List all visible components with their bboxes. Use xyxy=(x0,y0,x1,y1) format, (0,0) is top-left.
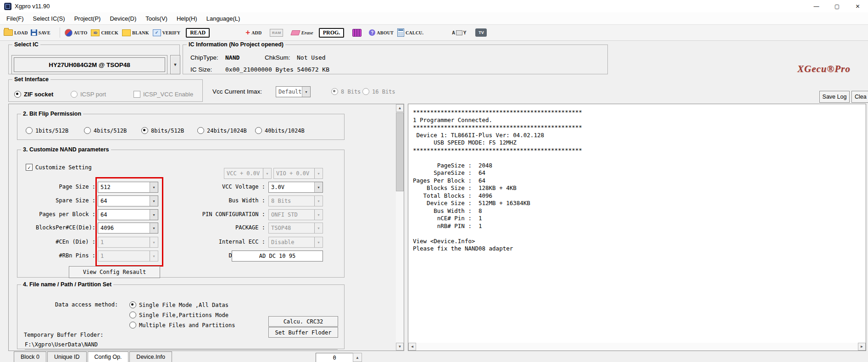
bitflip-8bits-radio[interactable]: 8bits/512B xyxy=(141,127,184,134)
save-button[interactable]: SAVE xyxy=(31,29,50,36)
temp-buffer-path-field[interactable]: F:\Xgpro\UserData\NAND xyxy=(25,340,338,350)
vio-offset-combobox[interactable]: VIO + 0.0V ▼ xyxy=(273,168,323,179)
close-button[interactable]: ✕ xyxy=(847,0,868,12)
view-config-result-button[interactable]: View Config Resault xyxy=(69,266,160,278)
erase-button[interactable]: Erase xyxy=(291,30,313,35)
single-file-mode-radio[interactable]: Single File Mode ,All Datas xyxy=(129,301,228,308)
bitflip-option-label: 1bits/512B xyxy=(35,128,68,134)
bitflip-24bits-radio[interactable]: 24bits/1024B xyxy=(197,127,247,134)
package-combobox[interactable]: TSOP48 ▼ xyxy=(268,223,323,234)
ic-test-button[interactable] xyxy=(352,29,362,37)
vcc-voltage-combobox[interactable]: 3.0V ▼ xyxy=(268,182,323,193)
auto-button[interactable]: AUTO xyxy=(65,29,88,37)
config-vscrollbar[interactable]: ▲ ▼ xyxy=(396,104,404,351)
bitflip-4bits-radio[interactable]: 4bits/512B xyxy=(84,127,127,134)
bus-width-combobox[interactable]: 8 Bits ▼ xyxy=(268,195,323,206)
pin-configuration-value: ONFI STD xyxy=(269,212,314,218)
select-ic-group: Select IC HY27UH084G2M @ TSOP48 ▼ xyxy=(8,41,180,74)
vcc-offset-combobox[interactable]: VCC + 0.0V ▼ xyxy=(224,168,272,179)
minimize-button[interactable]: — xyxy=(806,0,827,12)
file-partition-group: 4. File name / Path / Partition Set Data… xyxy=(17,281,345,349)
ic-combobox-dropdown-button[interactable]: ▼ xyxy=(170,55,180,74)
add-button[interactable]: + ADD xyxy=(245,29,262,36)
bits16-radio[interactable]: 16 Bits xyxy=(362,88,395,95)
set-interface-group: Set Interface ZIF socket ICSP port ICSP_… xyxy=(8,76,203,102)
menu-item-project[interactable]: Project(P) xyxy=(70,13,106,24)
tab-config-op[interactable]: Config Op. xyxy=(88,351,129,362)
prog-button[interactable]: PROG. xyxy=(319,28,345,38)
device-id-field[interactable]: AD DC 10 95 xyxy=(232,251,323,262)
blank-check-button[interactable]: BLANK xyxy=(122,29,149,36)
page-spinner-value[interactable]: 0 xyxy=(316,353,353,362)
auto-icon xyxy=(65,29,72,37)
check-id-button[interactable]: ID CHECK xyxy=(91,29,118,36)
blocks-per-ce-label: BlocksPer#CE(Die): xyxy=(18,223,95,233)
nand-params-legend: 3. Customize NAND parameters xyxy=(21,146,111,153)
maximize-button[interactable]: ▢ xyxy=(827,0,847,12)
cen-die-combobox[interactable]: 1 ▼ xyxy=(98,237,158,248)
scroll-down-button[interactable]: ▼ xyxy=(396,343,404,351)
vcc-imax-combobox[interactable]: Default ▼ xyxy=(276,86,311,97)
pin-detect-button[interactable]: A Y xyxy=(452,30,466,36)
log-hscrollbar[interactable]: ◄ ► xyxy=(408,343,866,351)
menu-item-file[interactable]: File(F) xyxy=(2,13,28,24)
rbn-pins-combobox[interactable]: 1 ▼ xyxy=(98,251,158,262)
tv-mode-button[interactable]: TV xyxy=(475,28,487,37)
pages-per-block-combobox[interactable]: 64 ▼ xyxy=(98,209,158,220)
log-scroll-left-button[interactable]: ◄ xyxy=(408,343,416,351)
bit-flip-legend: 2. Bit Flip Permission xyxy=(21,111,83,117)
bitflip-40bits-radio[interactable]: 40bits/1024B xyxy=(255,127,305,134)
icsp-port-radio[interactable]: ICSP port xyxy=(71,91,106,98)
vcc-voltage-value: 3.0V xyxy=(269,184,314,190)
read-button[interactable]: READ xyxy=(186,28,210,38)
blocks-per-ce-combobox[interactable]: 4096 ▼ xyxy=(98,223,158,234)
zif-socket-radio[interactable]: ZIF socket xyxy=(14,91,53,98)
menu-item-device[interactable]: Device(D) xyxy=(105,13,141,24)
window-controls: — ▢ ✕ xyxy=(806,0,868,12)
page-size-value: 512 xyxy=(98,184,150,190)
verify-button[interactable]: ✓ VERIFY xyxy=(153,29,181,36)
package-label: PACKAGE : xyxy=(169,223,265,233)
spare-size-combobox[interactable]: 64 ▼ xyxy=(98,195,158,206)
internal-ecc-value: Disable xyxy=(269,239,314,245)
pin-configuration-combobox[interactable]: ONFI STD ▼ xyxy=(268,209,323,220)
chevron-down-icon: ▼ xyxy=(314,182,323,192)
checkbox-icon xyxy=(134,91,140,98)
set-buffer-folder-button[interactable]: Set Buffer Floder xyxy=(268,327,338,338)
save-log-button[interactable]: Save Log xyxy=(819,91,850,103)
temp-buffer-label: Temporary Buffer Floder: xyxy=(24,332,103,338)
scroll-thumb[interactable] xyxy=(396,112,404,191)
tab-block0[interactable]: Block 0 xyxy=(14,351,46,362)
single-file-partitions-radio[interactable]: Single File,Partitions Mode xyxy=(129,312,228,318)
calc-crc32-button[interactable]: Calcu. CRC32 xyxy=(268,316,338,327)
menu-item-language[interactable]: Language(L) xyxy=(202,13,245,24)
bitflip-1bits-radio[interactable]: 1bits/512B xyxy=(26,127,68,134)
menu-item-help[interactable]: Help(H) xyxy=(172,13,202,24)
log-scroll-right-button[interactable]: ► xyxy=(858,343,866,351)
multiple-files-radio[interactable]: Multiple Files and Partitions xyxy=(129,322,235,329)
clear-button[interactable]: Clea xyxy=(851,91,868,103)
tab-unique-id[interactable]: Unique ID xyxy=(47,351,87,362)
mode-label: Multiple Files and Partitions xyxy=(139,322,235,329)
about-button[interactable]: ? ABOUT xyxy=(369,29,394,36)
menu-item-tools[interactable]: Tools(V) xyxy=(141,13,172,24)
internal-ecc-combobox[interactable]: Disable ▼ xyxy=(268,237,323,248)
ic-combobox[interactable]: HY27UH084G2M @ TSOP48 xyxy=(11,55,167,74)
plus-icon: + xyxy=(245,29,250,36)
menu-item-select-ic[interactable]: Select IC(S) xyxy=(28,13,70,24)
calculator-icon xyxy=(397,28,404,37)
page-size-combobox[interactable]: 512 ▼ xyxy=(98,182,158,193)
radio-icon xyxy=(362,88,369,95)
load-button[interactable]: LOAD xyxy=(4,29,28,36)
calcu-button[interactable]: CALCU. xyxy=(397,28,423,37)
chevron-down-icon: ▼ xyxy=(302,87,310,97)
bitflip-option-label: 24bits/1024B xyxy=(207,128,247,134)
ram-button[interactable]: RAM xyxy=(270,29,283,37)
bits8-radio[interactable]: 8 Bits xyxy=(331,88,361,95)
tab-device-info[interactable]: Device.Info xyxy=(129,351,172,362)
auto-label: AUTO xyxy=(74,30,88,35)
customize-setting-checkbox[interactable]: Customize Setting xyxy=(26,164,92,171)
scroll-up-button[interactable]: ▲ xyxy=(396,104,404,112)
page-spinner-up-button[interactable]: ▲ xyxy=(353,353,362,362)
icsp-vcc-checkbox[interactable]: ICSP_VCC Enable xyxy=(134,91,193,98)
